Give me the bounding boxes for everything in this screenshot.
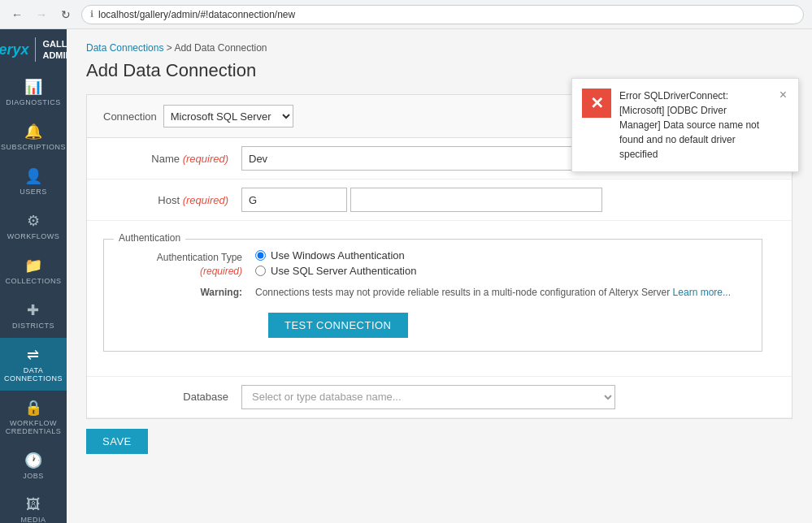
sidebar-item-workflows[interactable]: ⚙ WORKFLOWS — [0, 204, 67, 249]
address-bar[interactable]: ℹ localhost/gallery/admin/#!dataconnecti… — [81, 5, 804, 24]
auth-windows-option[interactable]: Use Windows Authentication — [255, 249, 416, 262]
sidebar-item-diagnostics[interactable]: 📊 DIAGNOSTICS — [0, 70, 67, 115]
subscriptions-icon: 🔔 — [24, 123, 43, 140]
sidebar-item-data-connections[interactable]: ⇌ DATA CONNECTIONS ► — [0, 338, 67, 391]
sidebar-item-districts[interactable]: ✚ DISTRICTS — [0, 293, 67, 338]
host-port-input[interactable] — [350, 188, 602, 212]
collections-label: COLLECTIONS — [5, 277, 61, 285]
auth-type-row: Authentication Type (required) Use Windo… — [117, 249, 749, 279]
active-arrow: ► — [54, 357, 67, 372]
auth-type-label: Authentication Type (required) — [117, 249, 255, 279]
auth-required: (required) — [117, 265, 242, 279]
jobs-icon: 🕐 — [24, 452, 43, 469]
host-required: (required) — [183, 194, 228, 206]
users-icon: 👤 — [24, 167, 43, 185]
forward-button[interactable]: → — [33, 6, 50, 24]
warning-row: Warning: Connections tests may not provi… — [117, 287, 749, 298]
connection-dropdown[interactable]: Microsoft SQL Server Oracle MySQL Postgr… — [163, 105, 293, 128]
breadcrumb: Data Connections > Add Data Connection — [86, 42, 792, 54]
auth-legend: Authentication — [114, 232, 185, 244]
auth-sql-option[interactable]: Use SQL Server Authentication — [255, 265, 416, 277]
auth-section-row: Authentication Authentication Type (requ… — [87, 221, 792, 377]
connection-label: Connection — [103, 110, 157, 123]
breadcrumb-current: Add Data Connection — [174, 42, 267, 54]
diagnostics-icon: 📊 — [24, 78, 43, 96]
sidebar-item-media[interactable]: 🖼 MEDIA — [0, 488, 67, 523]
url-text: localhost/gallery/admin/#!dataconnection… — [98, 9, 295, 20]
test-connection-button[interactable]: TEST CONNECTION — [268, 313, 408, 338]
learn-more-link[interactable]: Learn more... — [673, 287, 731, 298]
diagnostics-label: DIAGNOSTICS — [6, 98, 61, 106]
sidebar-item-collections[interactable]: 📁 COLLECTIONS — [0, 249, 67, 293]
users-label: USERS — [20, 188, 47, 196]
error-toast: ✕ Error SQLDriverConnect: [Microsoft] [O… — [571, 78, 799, 172]
error-close-button[interactable]: × — [778, 89, 788, 102]
name-required: (required) — [183, 153, 228, 165]
workflows-label: WORKFLOWS — [7, 232, 60, 240]
sidebar-item-subscriptions[interactable]: 🔔 SUBSCRIPTIONS — [0, 115, 67, 159]
data-connections-icon: ⇌ — [27, 346, 40, 364]
browser-bar: ← → ↻ ℹ localhost/gallery/admin/#!dataco… — [0, 0, 812, 29]
collections-icon: 📁 — [24, 257, 43, 274]
jobs-label: JOBS — [23, 472, 44, 480]
warning-text: Connections tests may not provide reliab… — [255, 287, 749, 298]
host-row: Host (required) — [87, 179, 792, 221]
main-content: ✕ Error SQLDriverConnect: [Microsoft] [O… — [67, 29, 812, 523]
sidebar-item-users[interactable]: 👤 USERS — [0, 159, 67, 204]
database-label: Database — [103, 391, 241, 403]
app-container: alteryx GALLERY ADMIN 📊 DIAGNOSTICS 🔔 SU… — [0, 29, 812, 523]
districts-label: DISTRICTS — [12, 322, 54, 330]
sidebar: alteryx GALLERY ADMIN 📊 DIAGNOSTICS 🔔 SU… — [0, 29, 67, 523]
workflows-icon: ⚙ — [27, 212, 41, 230]
save-button[interactable]: SAVE — [86, 429, 148, 454]
sidebar-item-workflow-credentials[interactable]: 🔒 WORKFLOW CREDENTIALS — [0, 391, 67, 443]
sidebar-item-jobs[interactable]: 🕐 JOBS — [0, 443, 67, 488]
workflow-credentials-icon: 🔒 — [24, 399, 43, 417]
database-row: Database Select or type database name... — [87, 377, 792, 418]
host-label: Host (required) — [103, 194, 241, 206]
auth-box: Authentication Authentication Type (requ… — [103, 239, 762, 352]
name-input[interactable] — [241, 146, 615, 171]
workflow-credentials-label: WORKFLOW CREDENTIALS — [3, 419, 63, 435]
lock-icon: ℹ — [90, 9, 93, 19]
breadcrumb-parent[interactable]: Data Connections — [86, 42, 163, 54]
gallery-label: GALLERY — [42, 38, 67, 50]
districts-icon: ✚ — [27, 301, 40, 319]
media-icon: 🖼 — [26, 496, 41, 513]
brand-logo: alteryx — [0, 41, 28, 58]
admin-label: ADMIN — [42, 50, 67, 61]
save-section: SAVE — [86, 419, 792, 464]
back-button[interactable]: ← — [8, 6, 26, 24]
host-input[interactable] — [241, 188, 347, 212]
name-label: Name (required) — [103, 153, 241, 165]
error-icon: ✕ — [582, 89, 611, 118]
warning-label: Warning: — [117, 287, 255, 298]
error-x-icon: ✕ — [590, 93, 604, 113]
database-select[interactable]: Select or type database name... — [241, 385, 615, 409]
auth-windows-radio[interactable] — [255, 250, 266, 261]
sidebar-logo: alteryx GALLERY ADMIN — [0, 29, 67, 70]
logo-right: GALLERY ADMIN — [42, 38, 67, 62]
breadcrumb-separator: > — [167, 42, 172, 54]
auth-sql-radio[interactable] — [255, 266, 266, 276]
test-connection-row: TEST CONNECTION — [117, 306, 749, 341]
media-label: MEDIA — [20, 516, 46, 523]
auth-radio-group: Use Windows Authentication Use SQL Serve… — [255, 249, 416, 277]
refresh-button[interactable]: ↻ — [57, 6, 75, 24]
error-message: Error SQLDriverConnect: [Microsoft] [ODB… — [619, 89, 770, 162]
logo-divider — [35, 37, 36, 62]
subscriptions-label: SUBSCRIPTIONS — [1, 143, 66, 151]
